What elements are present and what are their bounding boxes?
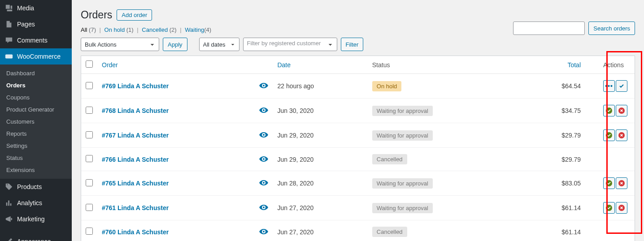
submenu-product-generator[interactable]: Product Generator bbox=[0, 103, 72, 116]
preview-icon[interactable] bbox=[259, 228, 268, 236]
sidebar-label: WooCommerce bbox=[17, 53, 61, 60]
row-checkbox[interactable] bbox=[86, 179, 93, 186]
order-link[interactable]: #761 Linda A Schuster bbox=[102, 204, 169, 211]
approve-button[interactable] bbox=[603, 202, 615, 214]
preview-icon[interactable] bbox=[259, 82, 268, 90]
tag-icon bbox=[4, 182, 13, 191]
sidebar-item-pages[interactable]: Pages bbox=[0, 16, 72, 32]
sidebar-item-comments[interactable]: Comments bbox=[0, 32, 72, 48]
approve-button[interactable] bbox=[603, 129, 615, 141]
sidebar-item-marketing[interactable]: Marketing bbox=[0, 211, 72, 227]
more-actions-button[interactable]: ••• bbox=[603, 80, 615, 92]
preview-icon[interactable] bbox=[259, 107, 268, 114]
sidebar-item-appearance[interactable]: Appearance bbox=[0, 233, 72, 241]
status-badge: Waiting for approval bbox=[372, 178, 433, 189]
order-date: Jun 29, 2020 bbox=[273, 123, 367, 148]
row-checkbox[interactable] bbox=[86, 82, 93, 89]
submenu-status[interactable]: Status bbox=[0, 152, 72, 164]
header-actions: Actions bbox=[599, 56, 635, 74]
submenu-extensions[interactable]: Extensions bbox=[0, 164, 72, 176]
filter-onhold[interactable]: On hold (1) bbox=[104, 26, 134, 33]
status-badge: Waiting for approval bbox=[372, 203, 433, 213]
orders-table: Order Date Status Total Actions #769 Lin… bbox=[81, 56, 635, 241]
order-total: $34.75 bbox=[512, 99, 599, 123]
complete-button[interactable] bbox=[616, 80, 627, 92]
order-date: 22 hours ago bbox=[273, 74, 367, 99]
reject-button[interactable] bbox=[616, 177, 627, 189]
order-link[interactable]: #768 Linda A Schuster bbox=[102, 107, 169, 114]
submenu-reports[interactable]: Reports bbox=[0, 128, 72, 140]
comment-icon bbox=[4, 36, 13, 45]
order-link[interactable]: #760 Linda A Schuster bbox=[102, 228, 169, 236]
submenu-orders[interactable]: Orders bbox=[0, 79, 72, 91]
header-total[interactable]: Total bbox=[512, 56, 599, 74]
sidebar-item-media[interactable]: Media bbox=[0, 0, 72, 16]
main-content: Orders Add order Search orders All (7) |… bbox=[72, 0, 644, 241]
filter-all-label[interactable]: All bbox=[81, 26, 87, 33]
sidebar-item-analytics[interactable]: Analytics bbox=[0, 195, 72, 211]
table-row[interactable]: #768 Linda A SchusterJun 30, 2020Waiting… bbox=[81, 99, 635, 123]
table-row[interactable]: #767 Linda A SchusterJun 29, 2020Waiting… bbox=[81, 123, 635, 148]
submenu-dashboard[interactable]: Dashboard bbox=[0, 67, 72, 79]
woo-submenu: Dashboard Orders Coupons Product Generat… bbox=[0, 65, 72, 179]
sidebar-label: Pages bbox=[17, 21, 35, 28]
filter-all-count: (7) bbox=[89, 26, 96, 33]
filter-cancelled[interactable]: Cancelled (2) bbox=[142, 26, 176, 33]
order-link[interactable]: #769 Linda A Schuster bbox=[102, 82, 169, 90]
table-row[interactable]: #765 Linda A SchusterJun 28, 2020Waiting… bbox=[81, 171, 635, 196]
status-badge: Waiting for approval bbox=[372, 106, 433, 116]
preview-icon[interactable] bbox=[259, 204, 268, 211]
search-orders-button[interactable]: Search orders bbox=[588, 22, 635, 35]
table-row[interactable]: #760 Linda A SchusterJun 27, 2020Cancell… bbox=[81, 220, 635, 241]
page-icon bbox=[4, 20, 13, 29]
preview-icon[interactable] bbox=[259, 132, 268, 139]
approve-button[interactable] bbox=[603, 177, 615, 189]
reject-button[interactable] bbox=[616, 202, 627, 214]
order-link[interactable]: #765 Linda A Schuster bbox=[102, 180, 169, 187]
sidebar-item-products[interactable]: Products bbox=[0, 179, 72, 195]
add-order-button[interactable]: Add order bbox=[117, 9, 152, 21]
submenu-customers[interactable]: Customers bbox=[0, 116, 72, 128]
order-total: $83.05 bbox=[512, 171, 599, 196]
order-link[interactable]: #767 Linda A Schuster bbox=[102, 132, 169, 139]
row-checkbox[interactable] bbox=[86, 228, 93, 235]
preview-icon[interactable] bbox=[259, 156, 268, 163]
row-checkbox[interactable] bbox=[86, 107, 93, 114]
reject-button[interactable] bbox=[616, 105, 627, 116]
order-date: Jun 29, 2020 bbox=[273, 148, 367, 171]
date-filter-select[interactable]: All dates bbox=[199, 38, 239, 51]
sidebar-item-woocommerce[interactable]: WooCommerce bbox=[0, 48, 72, 65]
admin-sidebar: Media Pages Comments WooCommerce Dashboa… bbox=[0, 0, 72, 241]
row-checkbox[interactable] bbox=[86, 155, 93, 162]
select-all-checkbox[interactable] bbox=[86, 60, 93, 68]
order-link[interactable]: #766 Linda A Schuster bbox=[102, 156, 169, 163]
filter-button[interactable]: Filter bbox=[341, 38, 364, 51]
filter-waiting[interactable]: Waiting(4) bbox=[185, 26, 211, 33]
table-row[interactable]: #766 Linda A SchusterJun 29, 2020Cancell… bbox=[81, 148, 635, 171]
table-row[interactable]: #761 Linda A SchusterJun 27, 2020Waiting… bbox=[81, 196, 635, 220]
header-date[interactable]: Date bbox=[273, 56, 367, 74]
preview-icon[interactable] bbox=[259, 180, 268, 187]
reject-button[interactable] bbox=[616, 129, 627, 141]
order-total: $29.79 bbox=[512, 123, 599, 148]
submenu-settings[interactable]: Settings bbox=[0, 140, 72, 152]
sidebar-label: Appearance bbox=[17, 238, 51, 241]
row-checkbox[interactable] bbox=[86, 131, 93, 138]
row-checkbox[interactable] bbox=[86, 204, 93, 211]
header-order[interactable]: Order bbox=[97, 56, 255, 74]
search-input[interactable] bbox=[513, 22, 585, 35]
bulk-actions-select[interactable]: Bulk Actions bbox=[81, 38, 159, 51]
order-date: Jun 27, 2020 bbox=[273, 220, 367, 241]
approve-button[interactable] bbox=[603, 105, 615, 116]
apply-button[interactable]: Apply bbox=[163, 38, 187, 51]
submenu-coupons[interactable]: Coupons bbox=[0, 91, 72, 103]
table-row[interactable]: #769 Linda A Schuster22 hours agoOn hold… bbox=[81, 74, 635, 99]
order-date: Jun 30, 2020 bbox=[273, 99, 367, 123]
media-icon bbox=[4, 4, 13, 13]
sidebar-label: Marketing bbox=[17, 215, 44, 223]
brush-icon bbox=[4, 237, 13, 241]
page-title: Orders bbox=[81, 9, 112, 21]
customer-filter-select[interactable]: Filter by registered customer bbox=[243, 38, 337, 51]
megaphone-icon bbox=[4, 215, 13, 224]
sidebar-label: Comments bbox=[17, 37, 48, 44]
